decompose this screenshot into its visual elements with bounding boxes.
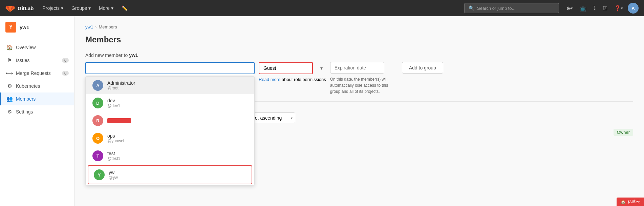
kubernetes-icon: ⚙ [6,83,13,89]
group-name: yw1 [20,24,29,30]
search-bar[interactable]: 🔍 Search or jump to... [464,3,559,13]
breadcrumb-current: Members [99,24,117,29]
dropdown-item-dev[interactable]: D dev @dev1 [86,94,254,112]
watermark-icon: 🏠 [621,200,626,204]
expiration-container: On this date, the member(s) will automat… [330,62,398,95]
breadcrumb: yw1 › Members [85,24,633,29]
issues-badge: 0 [62,58,69,63]
role-info-link[interactable]: Read more [259,77,280,82]
expiration-info: On this date, the member(s) will automat… [330,76,398,95]
help-button[interactable]: ❓▾ [612,3,625,14]
user-name-ops: ops [107,133,124,139]
breadcrumb-parent[interactable]: yw1 [85,24,93,29]
create-button[interactable]: ⊕▾ [564,3,575,14]
overview-icon: 🏠 [6,44,13,50]
user-info-yw: yw @yw [109,170,118,180]
gitlab-logo[interactable]: GitLab [5,3,34,13]
main-content: yw1 › Members Members Add new member to … [74,16,644,206]
members-icon: 👥 [6,96,13,102]
member-search-input[interactable] [85,62,255,74]
role-select[interactable]: Guest Reporter Developer Maintainer Owne… [259,62,313,74]
role-select-wrapper: Guest Reporter Developer Maintainer Owne… [259,62,326,74]
watermark-text: 亿速云 [628,199,640,205]
activity-button[interactable]: 📺 [578,3,588,14]
sidebar-label-kubernetes: Kubernetes [16,83,40,89]
avatar-administrator: A [92,80,103,91]
nav-groups[interactable]: Groups ▾ [68,3,94,13]
role-info: Read more about role permissions [259,77,326,82]
add-member-form-row: A Administrator @root D dev @dev1 [85,62,633,95]
avatar-dev: D [92,98,103,108]
sidebar-label-settings: Settings [16,109,33,115]
dropdown-item-yw[interactable]: Y yw @yw [88,165,252,184]
user-name-administrator: Administrator [107,80,135,86]
avatar-ops: O [92,133,103,144]
breadcrumb-separator: › [95,24,96,29]
issues-icon: ⚑ [6,57,13,63]
merge-requests-badge: 0 [62,71,69,76]
group-avatar: Y [5,22,16,33]
nav-more[interactable]: More ▾ [95,3,117,13]
member-dropdown: A Administrator @root D dev @dev1 [85,76,255,185]
user-handle-yw: @yw [109,175,118,180]
sidebar-item-members[interactable]: 👥 Members [0,92,74,105]
user-handle-dev: @dev1 [107,103,120,108]
nav-projects[interactable]: Projects ▾ [39,3,67,13]
owner-badge: Owner [614,129,633,136]
user-handle-test: @test1 [107,156,120,161]
navbar-actions: ⊕▾ 📺 ⤵ ☑ ❓▾ A [564,3,639,14]
avatar-yw: Y [94,169,105,180]
user-info-dev: dev @dev1 [107,98,120,108]
user-handle-administrator: @root [107,86,135,90]
sidebar-label-merge-requests: Merge Requests [16,70,51,76]
nav-snippet[interactable]: ✏️ [118,3,131,13]
avatar-test: T [92,150,103,161]
page-title: Members [85,35,633,44]
sidebar-label-members: Members [16,96,36,102]
sidebar-item-settings[interactable]: ⚙ Settings [0,105,74,118]
expiration-date-input[interactable] [330,62,384,74]
sidebar: Y yw1 🏠 Overview ⚑ Issues 0 ⟷ Merge Requ… [0,16,74,206]
dropdown-item-administrator[interactable]: A Administrator @root [86,77,254,94]
top-navbar: GitLab Projects ▾ Groups ▾ More ▾ ✏️ 🔍 S… [0,0,644,16]
settings-icon: ⚙ [6,109,13,115]
redacted-bar [107,118,131,123]
search-icon: 🔍 [469,5,474,11]
user-avatar[interactable]: A [628,3,639,14]
role-select-chevron-icon: ▾ [320,65,323,71]
issues-button[interactable]: ☑ [601,3,609,14]
sidebar-item-issues[interactable]: ⚑ Issues 0 [0,54,74,67]
sidebar-label-overview: Overview [16,45,36,50]
sidebar-item-merge-requests[interactable]: ⟷ Merge Requests 0 [0,67,74,80]
gitlab-wordmark: GitLab [18,5,34,11]
user-name-test: test [107,151,120,156]
merge-requests-button[interactable]: ⤵ [591,3,598,13]
navbar-nav: Projects ▾ Groups ▾ More ▾ ✏️ [39,3,131,13]
dropdown-item-test[interactable]: T test @test1 [86,147,254,165]
member-search-container: A Administrator @root D dev @dev1 [85,62,255,74]
sidebar-label-issues: Issues [16,58,29,63]
watermark: 🏠 亿速云 [617,198,644,206]
user-name-dev: dev [107,98,120,103]
user-handle-ops: @yunwei [107,139,124,143]
sidebar-header: Y yw1 [0,16,74,38]
user-info-redacted [107,118,131,123]
sidebar-item-overview[interactable]: 🏠 Overview [0,41,74,54]
user-info-test: test @test1 [107,151,120,161]
app-layout: Y yw1 🏠 Overview ⚑ Issues 0 ⟷ Merge Requ… [0,16,644,206]
search-placeholder-text: Search or jump to... [477,6,515,11]
merge-requests-icon: ⟷ [6,70,13,76]
add-button-container: Add to group [402,62,443,74]
role-selector-container: Guest Reporter Developer Maintainer Owne… [259,62,326,82]
sidebar-item-kubernetes[interactable]: ⚙ Kubernetes [0,80,74,92]
dropdown-item-ops[interactable]: O ops @yunwei [86,129,254,147]
user-info-administrator: Administrator @root [107,80,135,90]
avatar-redacted: R [92,115,103,126]
user-name-yw: yw [109,170,118,175]
sidebar-nav: 🏠 Overview ⚑ Issues 0 ⟷ Merge Requests 0… [0,38,74,206]
user-info-ops: ops @yunwei [107,133,124,143]
dropdown-item-redacted[interactable]: R [86,112,254,129]
add-member-label: Add new member to yw1 [85,53,633,58]
add-to-group-button[interactable]: Add to group [402,62,443,74]
